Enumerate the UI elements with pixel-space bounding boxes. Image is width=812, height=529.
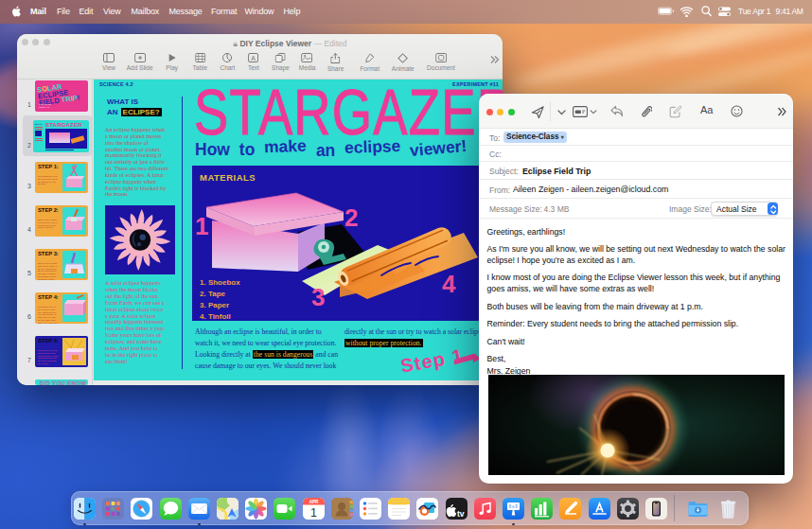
svg-text:2: 2 — [344, 203, 358, 232]
svg-text:1: 1 — [195, 212, 208, 240]
svg-text:A: A — [252, 55, 256, 62]
svg-text:tv: tv — [457, 509, 465, 519]
svg-text:APR: APR — [309, 500, 318, 504]
svg-text:3: 3 — [311, 283, 325, 311]
svg-text:1: 1 — [310, 506, 317, 520]
svg-text:4: 4 — [442, 270, 456, 298]
